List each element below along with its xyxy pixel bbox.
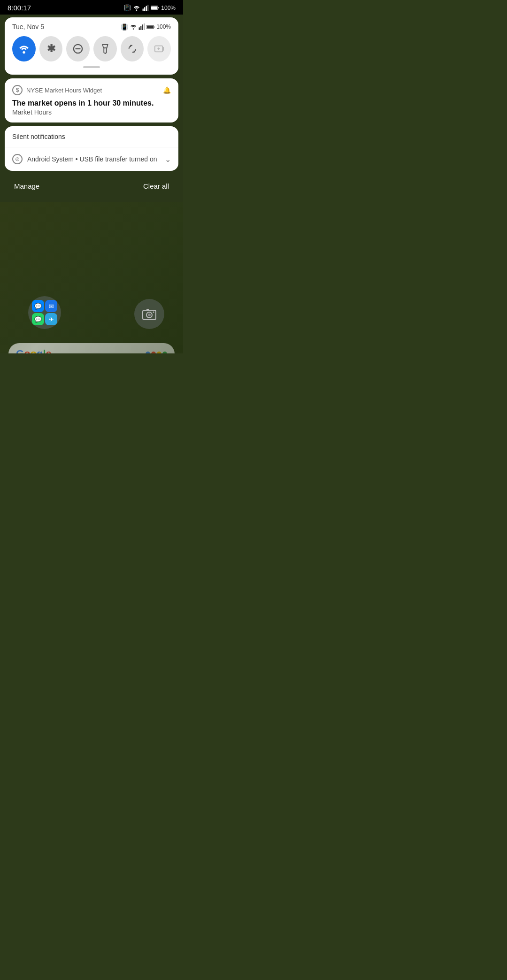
qs-battery-percent: 100%: [156, 23, 171, 30]
app-folder[interactable]: 💬 ✉ 💬 ✈: [28, 296, 61, 329]
svg-rect-9: [140, 26, 141, 30]
toggle-wifi[interactable]: [12, 36, 36, 61]
svg-rect-2: [144, 7, 145, 11]
whatsapp-icon: 💬: [32, 313, 44, 325]
status-time: 8:00:17: [8, 4, 31, 12]
qs-signal-icon: [138, 23, 145, 30]
svg-rect-1: [143, 8, 144, 11]
nyse-notif-title: The market opens in 1 hour 30 minutes.: [12, 99, 171, 107]
svg-point-14: [23, 51, 25, 54]
qs-drag-handle: [12, 66, 171, 68]
status-bar: 8:00:17 📳 100%: [0, 0, 183, 15]
notif-app-row: $ NYSE Market Hours Widget 🔔: [12, 85, 171, 95]
svg-rect-8: [139, 27, 140, 30]
signal-icon: [142, 5, 149, 11]
svg-rect-10: [142, 24, 143, 30]
svg-rect-17: [104, 48, 107, 53]
expand-chevron-icon[interactable]: ⌄: [165, 155, 171, 164]
vibrate-icon: 📳: [123, 4, 131, 11]
svg-rect-3: [146, 6, 147, 11]
qs-date: Tue, Nov 5: [12, 23, 44, 31]
toggle-dnd[interactable]: [66, 36, 90, 61]
qs-status-icons-right: 📳 100%: [121, 23, 171, 31]
google-logo: Google: [16, 348, 52, 353]
toggle-rotate[interactable]: [121, 36, 144, 61]
toggle-flashlight[interactable]: [93, 36, 117, 61]
google-assistant-icon[interactable]: [146, 352, 167, 353]
qs-battery-icon: [146, 24, 155, 30]
nyse-app-name: NYSE Market Hours Widget: [26, 87, 159, 94]
clear-all-button[interactable]: Clear all: [141, 179, 171, 193]
manage-button[interactable]: Manage: [12, 179, 41, 193]
battery-icon: [151, 5, 159, 11]
silent-item-usb[interactable]: ⊘ Android System • USB file transfer tur…: [5, 147, 178, 171]
quick-settings-card: Tue, Nov 5 📳: [5, 17, 178, 75]
camera-app[interactable]: [134, 299, 164, 329]
svg-rect-4: [147, 5, 148, 11]
toggle-bluetooth[interactable]: ✱: [39, 36, 63, 61]
silent-header: Silent notifications: [5, 126, 178, 147]
nyse-app-icon: $: [12, 85, 23, 95]
qs-toggles: ✱: [12, 36, 171, 61]
messenger-icon: 💬: [32, 300, 44, 312]
silent-item-text: Android System • USB file transfer turne…: [27, 155, 160, 163]
svg-point-7: [133, 28, 134, 30]
svg-point-24: [148, 314, 151, 316]
svg-point-0: [136, 9, 138, 11]
messages-icon: ✉: [45, 300, 57, 312]
svg-rect-25: [146, 309, 149, 311]
nyse-notification-card[interactable]: $ NYSE Market Hours Widget 🔔 The market …: [5, 78, 178, 122]
nyse-notif-subtitle: Market Hours: [12, 108, 171, 116]
qs-wifi-icon: [130, 23, 137, 30]
qs-header: Tue, Nov 5 📳: [12, 23, 171, 31]
svg-point-26: [153, 312, 154, 313]
status-icons: 📳 100%: [123, 4, 176, 11]
svg-rect-11: [144, 23, 145, 30]
notif-bell-icon: 🔔: [163, 86, 171, 94]
svg-rect-6: [151, 7, 158, 9]
wifi-icon: [133, 5, 140, 11]
google-search-bar[interactable]: Google: [8, 343, 175, 353]
notification-panel: Tue, Nov 5 📳: [0, 15, 183, 202]
svg-rect-13: [147, 25, 154, 28]
notification-actions: Manage Clear all: [5, 175, 178, 199]
battery-percent: 100%: [161, 5, 176, 11]
silent-notifications-card: Silent notifications ⊘ Android System • …: [5, 126, 178, 171]
telegram-icon: ✈: [45, 313, 57, 325]
toggle-battery-saver[interactable]: [147, 36, 171, 61]
android-system-icon: ⊘: [12, 154, 23, 164]
home-icons: 💬 ✉ 💬 ✈: [5, 212, 178, 343]
drag-handle-bar: [83, 66, 100, 68]
qs-vibrate-icon: 📳: [121, 23, 128, 31]
home-screen: 💬 ✉ 💬 ✈ Google: [0, 202, 183, 353]
